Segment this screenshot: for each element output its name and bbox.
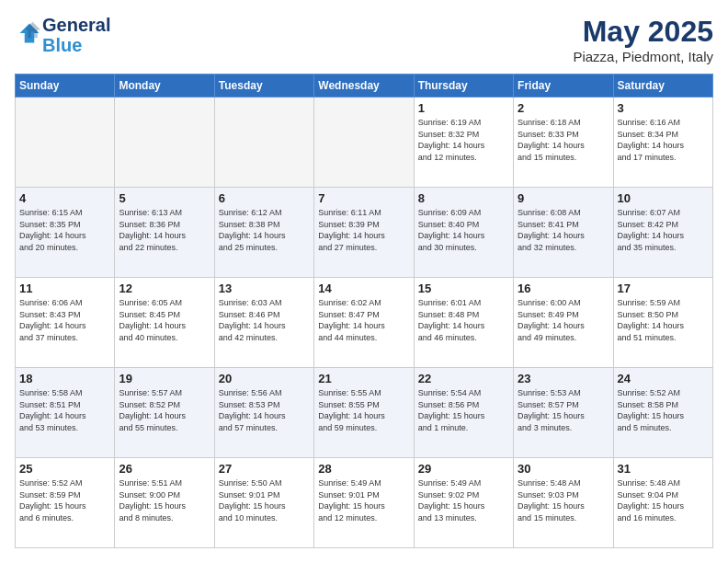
- day-number: 20: [219, 372, 310, 385]
- day-info: Sunrise: 6:09 AM Sunset: 8:40 PM Dayligh…: [418, 207, 509, 253]
- day-info: Sunrise: 5:52 AM Sunset: 8:59 PM Dayligh…: [19, 477, 110, 523]
- location-title: Piazza, Piedmont, Italy: [573, 49, 713, 64]
- day-info: Sunrise: 5:50 AM Sunset: 9:01 PM Dayligh…: [219, 477, 310, 523]
- weekday-friday: Friday: [514, 75, 613, 98]
- day-info: Sunrise: 5:54 AM Sunset: 8:56 PM Dayligh…: [418, 387, 509, 433]
- calendar-cell: 31Sunrise: 5:48 AM Sunset: 9:04 PM Dayli…: [613, 458, 712, 548]
- day-number: 12: [119, 282, 210, 295]
- day-number: 13: [219, 282, 310, 295]
- calendar-cell: [314, 98, 414, 188]
- calendar-cell: 8Sunrise: 6:09 AM Sunset: 8:40 PM Daylig…: [414, 188, 513, 278]
- day-info: Sunrise: 6:15 AM Sunset: 8:35 PM Dayligh…: [19, 207, 110, 253]
- calendar-cell: 6Sunrise: 6:12 AM Sunset: 8:38 PM Daylig…: [214, 188, 313, 278]
- weekday-sunday: Sunday: [16, 75, 115, 98]
- day-info: Sunrise: 6:12 AM Sunset: 8:38 PM Dayligh…: [219, 207, 310, 253]
- weekday-header-row: SundayMondayTuesdayWednesdayThursdayFrid…: [16, 75, 713, 98]
- calendar-cell: 2Sunrise: 6:18 AM Sunset: 8:33 PM Daylig…: [514, 98, 613, 188]
- day-number: 26: [119, 462, 210, 476]
- day-info: Sunrise: 6:16 AM Sunset: 8:34 PM Dayligh…: [618, 117, 709, 163]
- day-info: Sunrise: 5:49 AM Sunset: 9:02 PM Dayligh…: [418, 477, 509, 523]
- month-title: May 2025: [573, 15, 713, 49]
- day-number: 17: [618, 282, 709, 295]
- calendar-cell: 29Sunrise: 5:49 AM Sunset: 9:02 PM Dayli…: [414, 458, 513, 548]
- calendar-cell: 19Sunrise: 5:57 AM Sunset: 8:52 PM Dayli…: [115, 368, 214, 458]
- day-number: 16: [518, 282, 609, 295]
- day-info: Sunrise: 5:52 AM Sunset: 8:58 PM Dayligh…: [618, 387, 709, 433]
- day-info: Sunrise: 6:19 AM Sunset: 8:32 PM Dayligh…: [418, 117, 509, 163]
- day-number: 7: [318, 191, 409, 205]
- week-row-5: 25Sunrise: 5:52 AM Sunset: 8:59 PM Dayli…: [16, 458, 713, 548]
- calendar-cell: 4Sunrise: 6:15 AM Sunset: 8:35 PM Daylig…: [16, 188, 115, 278]
- day-info: Sunrise: 6:18 AM Sunset: 8:33 PM Dayligh…: [518, 117, 609, 163]
- calendar-cell: 9Sunrise: 6:08 AM Sunset: 8:41 PM Daylig…: [514, 188, 613, 278]
- calendar-cell: 7Sunrise: 6:11 AM Sunset: 8:39 PM Daylig…: [314, 188, 414, 278]
- day-info: Sunrise: 5:55 AM Sunset: 8:55 PM Dayligh…: [318, 387, 409, 433]
- calendar-cell: 23Sunrise: 5:53 AM Sunset: 8:57 PM Dayli…: [514, 368, 613, 458]
- day-info: Sunrise: 6:11 AM Sunset: 8:39 PM Dayligh…: [318, 207, 409, 253]
- day-info: Sunrise: 6:05 AM Sunset: 8:45 PM Dayligh…: [119, 297, 210, 343]
- weekday-tuesday: Tuesday: [214, 75, 313, 98]
- day-number: 8: [418, 191, 509, 205]
- weekday-saturday: Saturday: [613, 75, 712, 98]
- day-info: Sunrise: 6:07 AM Sunset: 8:42 PM Dayligh…: [618, 207, 709, 253]
- day-number: 4: [19, 191, 110, 205]
- day-info: Sunrise: 5:48 AM Sunset: 9:03 PM Dayligh…: [518, 477, 609, 523]
- day-info: Sunrise: 5:57 AM Sunset: 8:52 PM Dayligh…: [119, 387, 210, 433]
- calendar-cell: 17Sunrise: 5:59 AM Sunset: 8:50 PM Dayli…: [613, 278, 712, 368]
- calendar-cell: 30Sunrise: 5:48 AM Sunset: 9:03 PM Dayli…: [514, 458, 613, 548]
- day-number: 19: [119, 372, 210, 385]
- calendar-cell: 14Sunrise: 6:02 AM Sunset: 8:47 PM Dayli…: [314, 278, 414, 368]
- day-info: Sunrise: 5:49 AM Sunset: 9:01 PM Dayligh…: [318, 477, 409, 523]
- day-info: Sunrise: 6:06 AM Sunset: 8:43 PM Dayligh…: [19, 297, 110, 343]
- day-info: Sunrise: 6:03 AM Sunset: 8:46 PM Dayligh…: [219, 297, 310, 343]
- day-number: 5: [119, 191, 210, 205]
- logo-blue: Blue: [42, 35, 110, 55]
- calendar-cell: 11Sunrise: 6:06 AM Sunset: 8:43 PM Dayli…: [16, 278, 115, 368]
- calendar-cell: 22Sunrise: 5:54 AM Sunset: 8:56 PM Dayli…: [414, 368, 513, 458]
- calendar-cell: 28Sunrise: 5:49 AM Sunset: 9:01 PM Dayli…: [314, 458, 414, 548]
- day-info: Sunrise: 5:58 AM Sunset: 8:51 PM Dayligh…: [19, 387, 110, 433]
- week-row-1: 1Sunrise: 6:19 AM Sunset: 8:32 PM Daylig…: [16, 98, 713, 188]
- calendar-cell: 3Sunrise: 6:16 AM Sunset: 8:34 PM Daylig…: [613, 98, 712, 188]
- logo-icon: [17, 20, 42, 46]
- calendar-cell: 25Sunrise: 5:52 AM Sunset: 8:59 PM Dayli…: [16, 458, 115, 548]
- day-info: Sunrise: 5:56 AM Sunset: 8:53 PM Dayligh…: [219, 387, 310, 433]
- logo: General Blue: [15, 15, 110, 55]
- day-number: 22: [418, 372, 509, 385]
- day-info: Sunrise: 5:48 AM Sunset: 9:04 PM Dayligh…: [618, 477, 709, 523]
- day-number: 9: [518, 191, 609, 205]
- calendar-cell: 5Sunrise: 6:13 AM Sunset: 8:36 PM Daylig…: [115, 188, 214, 278]
- page: General Blue May 2025 Piazza, Piedmont, …: [0, 0, 728, 563]
- calendar-cell: [214, 98, 313, 188]
- day-number: 18: [19, 372, 110, 385]
- calendar-cell: 10Sunrise: 6:07 AM Sunset: 8:42 PM Dayli…: [613, 188, 712, 278]
- calendar-cell: 26Sunrise: 5:51 AM Sunset: 9:00 PM Dayli…: [115, 458, 214, 548]
- day-number: 11: [19, 282, 110, 295]
- calendar-cell: 1Sunrise: 6:19 AM Sunset: 8:32 PM Daylig…: [414, 98, 513, 188]
- day-info: Sunrise: 6:00 AM Sunset: 8:49 PM Dayligh…: [518, 297, 609, 343]
- header: General Blue May 2025 Piazza, Piedmont, …: [15, 15, 713, 64]
- calendar-cell: 27Sunrise: 5:50 AM Sunset: 9:01 PM Dayli…: [214, 458, 313, 548]
- calendar-cell: 20Sunrise: 5:56 AM Sunset: 8:53 PM Dayli…: [214, 368, 313, 458]
- day-number: 23: [518, 372, 609, 385]
- day-number: 14: [318, 282, 409, 295]
- day-number: 15: [418, 282, 509, 295]
- calendar-cell: 24Sunrise: 5:52 AM Sunset: 8:58 PM Dayli…: [613, 368, 712, 458]
- calendar: SundayMondayTuesdayWednesdayThursdayFrid…: [15, 74, 713, 548]
- day-number: 1: [418, 101, 509, 115]
- week-row-3: 11Sunrise: 6:06 AM Sunset: 8:43 PM Dayli…: [16, 278, 713, 368]
- calendar-cell: 21Sunrise: 5:55 AM Sunset: 8:55 PM Dayli…: [314, 368, 414, 458]
- day-number: 10: [618, 191, 709, 205]
- week-row-2: 4Sunrise: 6:15 AM Sunset: 8:35 PM Daylig…: [16, 188, 713, 278]
- day-info: Sunrise: 6:01 AM Sunset: 8:48 PM Dayligh…: [418, 297, 509, 343]
- day-number: 27: [219, 462, 310, 476]
- day-number: 2: [518, 101, 609, 115]
- day-number: 21: [318, 372, 409, 385]
- day-number: 25: [19, 462, 110, 476]
- calendar-cell: 15Sunrise: 6:01 AM Sunset: 8:48 PM Dayli…: [414, 278, 513, 368]
- day-info: Sunrise: 6:13 AM Sunset: 8:36 PM Dayligh…: [119, 207, 210, 253]
- day-info: Sunrise: 6:02 AM Sunset: 8:47 PM Dayligh…: [318, 297, 409, 343]
- logo-general: General: [42, 15, 110, 35]
- weekday-wednesday: Wednesday: [314, 75, 414, 98]
- calendar-cell: 18Sunrise: 5:58 AM Sunset: 8:51 PM Dayli…: [16, 368, 115, 458]
